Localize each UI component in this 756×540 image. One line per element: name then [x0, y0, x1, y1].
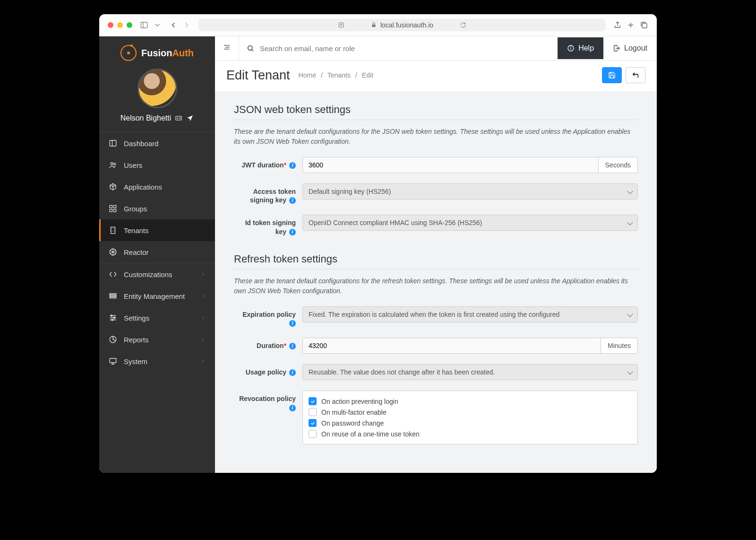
jwt-settings-section: JSON web token settings These are the te… [234, 104, 638, 236]
sidebar-item-reactor[interactable]: Reactor [99, 241, 215, 263]
forward-icon[interactable] [182, 21, 191, 29]
back-button[interactable] [626, 67, 645, 83]
sidebar-item-users[interactable]: Users [99, 154, 215, 176]
chevron-left-icon [201, 292, 206, 300]
cube-icon [109, 183, 117, 191]
breadcrumb-home[interactable]: Home [299, 71, 316, 79]
expiration-row: Expiration policy i Fixed. The expiratio… [234, 306, 638, 327]
svg-rect-8 [176, 116, 181, 120]
checkbox-icon[interactable] [309, 430, 317, 438]
save-icon [608, 71, 616, 79]
code-icon [109, 270, 117, 279]
share-icon[interactable] [613, 21, 622, 29]
info-icon[interactable]: i [289, 197, 296, 204]
return-icon [632, 71, 639, 79]
jwt-duration-input[interactable] [302, 157, 599, 173]
access-key-row: Access token signing key i Default signi… [234, 183, 638, 204]
building-icon [109, 226, 117, 235]
expiration-select[interactable]: Fixed. The expiration is calculated when… [302, 306, 638, 322]
search-input[interactable] [260, 44, 550, 52]
close-window-icon[interactable] [108, 22, 113, 28]
sidebar-item-label: Reactor [124, 248, 149, 256]
revocation-item-label: On reuse of a one-time use token [321, 430, 420, 438]
minimize-window-icon[interactable] [117, 22, 123, 28]
info-icon[interactable]: i [289, 229, 296, 235]
page-header: Edit Tenant Home/ Tenants/ Edit [215, 61, 657, 92]
sidebar-item-applications[interactable]: Applications [99, 176, 215, 198]
chevron-down-icon[interactable] [153, 21, 162, 29]
layers-icon [109, 292, 117, 300]
usage-label: Usage policy i [234, 364, 302, 376]
location-arrow-icon[interactable] [186, 114, 194, 122]
sidebar-item-dashboard[interactable]: Dashboard [99, 132, 215, 154]
browser-chrome: local.fusionauth.io [99, 14, 657, 36]
jwt-section-desc: These are the tenant default configurati… [234, 127, 638, 147]
avatar[interactable] [137, 69, 177, 108]
maximize-window-icon[interactable] [127, 22, 132, 28]
chevron-left-icon [201, 314, 206, 322]
sidebar-item-label: Tenants [124, 226, 149, 235]
sidebar-item-label: Reports [124, 336, 149, 344]
usage-row: Usage policy i Reusable. The value does … [234, 364, 638, 380]
refresh-settings-section: Refresh token settings These are the ten… [234, 253, 638, 444]
save-button[interactable] [602, 67, 622, 83]
sidebar-item-label: Settings [124, 314, 149, 322]
toggle-sidebar-icon[interactable] [215, 36, 239, 60]
info-icon[interactable]: i [289, 369, 296, 376]
sidebar-toggle-icon[interactable] [140, 21, 162, 29]
revocation-item[interactable]: On password change [309, 418, 632, 428]
info-icon[interactable]: i [289, 405, 296, 411]
sidebar-item-reports[interactable]: Reports [99, 329, 215, 350]
checkbox-icon[interactable] [309, 419, 317, 427]
breadcrumb-tenants[interactable]: Tenants [327, 71, 351, 79]
svg-rect-30 [110, 296, 116, 296]
revocation-item[interactable]: On multi-factor enable [309, 407, 632, 418]
page-title: Edit Tenant [226, 68, 290, 83]
svg-point-15 [114, 163, 116, 165]
sidebar-item-system[interactable]: System [99, 350, 215, 372]
revocation-item[interactable]: On reuse of a one-time use token [309, 428, 632, 439]
sliders-icon [109, 314, 117, 322]
header-actions [602, 67, 645, 83]
app-container: FusionAuth Nelson Bighetti DashboardUser… [99, 36, 657, 473]
usage-select[interactable]: Reusable. The value does not change afte… [302, 364, 638, 380]
svg-line-45 [252, 50, 253, 51]
sidebar-item-customizations[interactable]: Customizations [99, 263, 215, 285]
access-key-label: Access token signing key i [234, 183, 302, 204]
sidebar-item-settings[interactable]: Settings [99, 307, 215, 329]
back-icon[interactable] [169, 21, 178, 29]
svg-rect-17 [114, 205, 116, 208]
info-icon[interactable]: i [289, 162, 296, 169]
checkbox-icon[interactable] [309, 397, 317, 405]
url-bar[interactable]: local.fusionauth.io [198, 19, 606, 31]
sidebar: FusionAuth Nelson Bighetti DashboardUser… [99, 36, 215, 473]
users-icon [109, 161, 117, 169]
refresh-duration-input[interactable] [302, 338, 601, 354]
help-button[interactable]: Help [558, 37, 603, 59]
expiration-label: Expiration policy i [234, 306, 302, 327]
reload-icon[interactable] [460, 22, 466, 28]
revocation-item[interactable]: On action preventing login [309, 396, 632, 407]
sidebar-item-label: Applications [124, 183, 162, 191]
jwt-duration-row: JWT duration* i Seconds [234, 157, 638, 173]
new-tab-icon[interactable] [627, 21, 635, 29]
groups-icon [109, 204, 117, 213]
access-key-select[interactable]: Default signing key (HS256) [302, 183, 638, 200]
sidebar-item-entity-management[interactable]: Entity Management [99, 285, 215, 307]
logo[interactable]: FusionAuth [99, 36, 215, 66]
id-key-select[interactable]: OpenID Connect compliant HMAC using SHA-… [302, 215, 638, 231]
info-icon[interactable]: i [289, 343, 296, 349]
sidebar-item-groups[interactable]: Groups [99, 198, 215, 219]
sidebar-item-tenants[interactable]: Tenants [99, 219, 215, 241]
svg-point-9 [177, 118, 179, 119]
info-icon[interactable]: i [289, 320, 296, 327]
checkbox-icon[interactable] [309, 408, 317, 416]
logout-button[interactable]: Logout [603, 37, 657, 59]
id-key-label: Id token signing key i [234, 215, 302, 235]
revocation-label: Revocation policy i [234, 391, 302, 411]
revocation-item-label: On multi-factor enable [321, 409, 387, 416]
nav: DashboardUsersApplicationsGroupsTenantsR… [99, 132, 215, 473]
id-key-row: Id token signing key i OpenID Connect co… [234, 215, 638, 235]
id-card-icon[interactable] [175, 114, 182, 122]
tabs-icon[interactable] [640, 21, 648, 29]
